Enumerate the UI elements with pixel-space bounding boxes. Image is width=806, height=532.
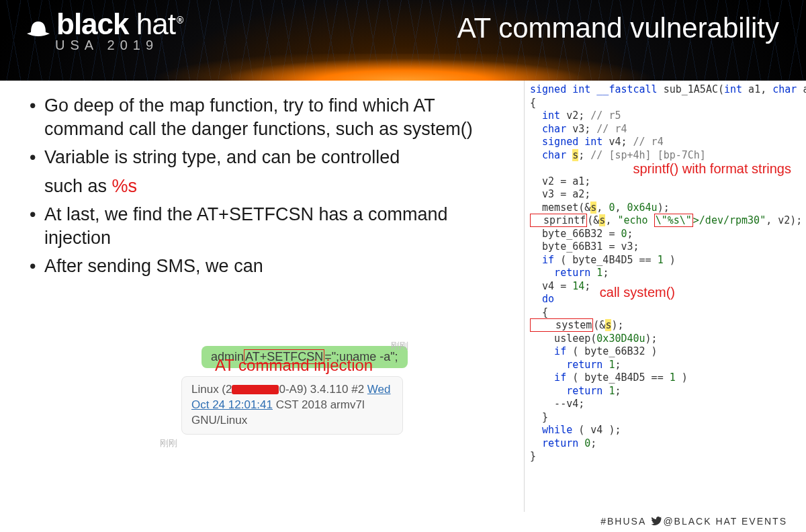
sms-time-right: 刚刚 (391, 340, 437, 352)
annotation-system: call system() (600, 283, 675, 301)
logo-text: black hat® (56, 9, 183, 39)
bullet-2-sub: such as %s (27, 175, 510, 198)
annotation-sprintf: sprintf() with format strings (633, 160, 791, 177)
sms-time-left: 刚刚 (160, 437, 437, 449)
slide: black hat® USA 2019 AT command vulnerabi… (0, 0, 806, 532)
sms-screenshot: adminAT+SETFCSN=";uname -a"; 刚刚 AT comma… (154, 346, 437, 449)
slide-body: Go deep of the map function, try to find… (0, 81, 806, 532)
slide-header: black hat® USA 2019 AT command vulnerabi… (0, 0, 806, 81)
slide-footer: #BHUSA @BLACK HAT EVENTS (600, 516, 787, 528)
bullet-4: After sending SMS, we can (27, 255, 510, 278)
bullet-list: Go deep of the map function, try to find… (27, 94, 510, 283)
blackhat-logo: black hat® USA 2019 (23, 9, 183, 53)
sms-incoming-bubble: Linux (20-A9) 3.4.110 #2 Wed Oct 24 12:0… (181, 376, 403, 435)
bullet-3: At last, we find the AT+SETFCSN has a co… (27, 203, 510, 249)
twitter-icon (651, 517, 662, 528)
redacted-block (232, 385, 279, 394)
bullet-1: Go deep of the map function, try to find… (27, 94, 510, 140)
bullet-2: Variable is string type, and can be cont… (27, 146, 510, 169)
hat-icon (23, 19, 54, 39)
slide-title: AT command vulnerability (457, 12, 779, 44)
decompiled-code: signed int __fastcall sub_1A5AC(int a1, … (524, 81, 799, 512)
